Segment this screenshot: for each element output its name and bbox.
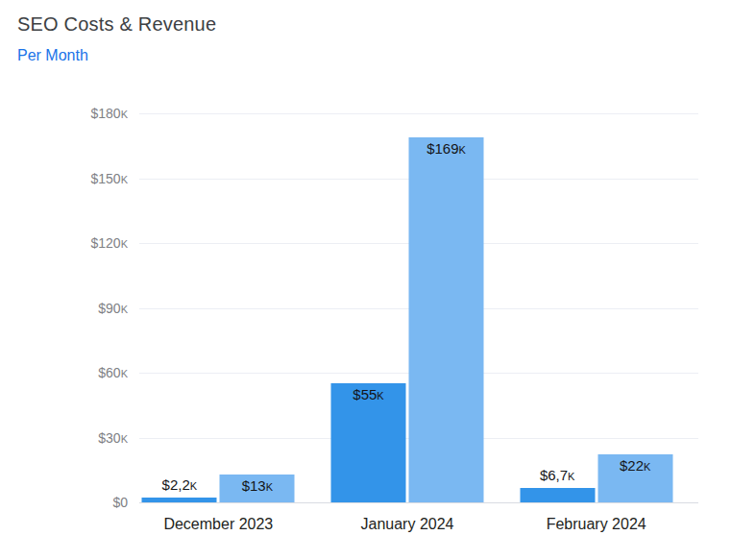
y-tick-label: $0 (61, 494, 128, 511)
category-band: $2,2K$13KDecember 2023 (124, 113, 313, 502)
category-band: $6,7K$22KFebruary 2024 (501, 113, 691, 502)
y-tick-label: $90K (61, 300, 128, 318)
bar-revenue[interactable]: $13K (220, 475, 295, 502)
bar-group: $6,7K$22K (520, 454, 672, 502)
bar-value-label: $2,2K (162, 476, 198, 495)
y-tick-label: $30K (61, 429, 128, 448)
bar-value-label: $55K (353, 386, 383, 404)
chart-page: { "chart_data": { "type": "bar", "title"… (0, 0, 731, 560)
y-tick-label: $120K (61, 234, 128, 253)
thousands-suffix: K (644, 461, 650, 473)
bar-chart: $0$30K$60K$90K$120K$150K$180K$2,2K$13KDe… (0, 0, 731, 560)
bar-value-label: $13K (242, 477, 273, 496)
bar-group: $55K$169K (331, 137, 484, 502)
bar-value-label: $22K (620, 457, 650, 475)
y-tick-label: $60K (61, 364, 128, 382)
x-axis-label: December 2023 (124, 516, 313, 533)
bar-value-label: $6,7K (540, 467, 575, 485)
bar-value-label: $169K (426, 140, 466, 158)
thousands-suffix: K (377, 390, 383, 402)
bar-revenue[interactable]: $22K (597, 454, 672, 502)
thousands-suffix: K (266, 481, 273, 493)
bar-costs[interactable]: $55K (331, 383, 406, 502)
bar-group: $2,2K$13K (142, 475, 295, 502)
y-tick-label: $150K (61, 170, 128, 188)
bar-costs[interactable]: $6,7K (520, 488, 595, 502)
bar-revenue[interactable]: $169K (409, 137, 484, 502)
plot-area: $2,2K$13KDecember 2023$55K$169KJanuary 2… (124, 113, 691, 502)
y-tick-label: $180K (61, 105, 128, 123)
category-band: $55K$169KJanuary 2024 (313, 113, 502, 502)
x-axis-label: February 2024 (501, 516, 691, 533)
x-axis-label: January 2024 (313, 516, 502, 533)
thousands-suffix: K (568, 471, 574, 482)
x-axis-baseline (139, 502, 698, 503)
thousands-suffix: K (190, 480, 197, 492)
bar-costs[interactable]: $2,2K (142, 498, 217, 502)
thousands-suffix: K (459, 144, 466, 156)
